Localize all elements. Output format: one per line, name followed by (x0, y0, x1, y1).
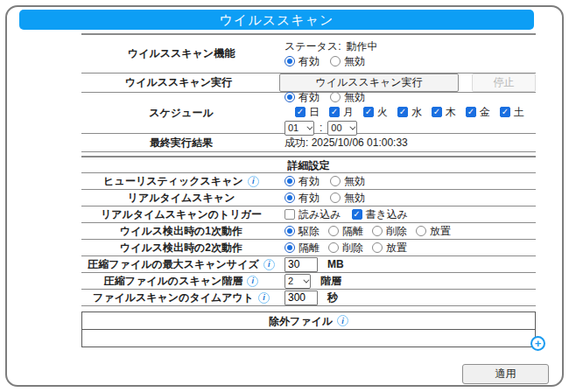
scan-timeout-label: ファイルスキャンのタイムアウト (93, 290, 254, 305)
primary-action-quarantine-radio[interactable]: 隔離 (328, 225, 363, 238)
row-realtime-trigger: リアルタイムスキャンのトリガー 読み込み ✓ 書き込み (81, 206, 536, 223)
radio-checked-icon[interactable] (284, 192, 295, 203)
time-separator: : (320, 122, 322, 135)
checkbox-checked-icon[interactable]: ✓ (397, 107, 408, 117)
day-sat-label: 土 (514, 106, 524, 119)
info-icon[interactable]: i (263, 259, 275, 270)
info-icon[interactable]: i (247, 276, 258, 287)
row-heuristic-scan: ヒューリスティックスキャン i 有効 無効 (81, 173, 536, 190)
day-tue-checkbox[interactable]: ✓ 火 (363, 106, 388, 119)
trigger-read-checkbox[interactable]: 読み込み (284, 208, 341, 221)
max-scan-size-unit: MB (327, 258, 344, 271)
day-mon-checkbox[interactable]: ✓ 月 (329, 106, 354, 119)
chevron-down-icon (350, 123, 356, 130)
day-sat-checkbox[interactable]: ✓ 土 (500, 106, 524, 119)
stop-scan-button: 停止 (472, 74, 536, 92)
realtime-disabled-radio[interactable]: 無効 (330, 192, 365, 205)
heuristic-enabled-radio[interactable]: 有効 (284, 175, 320, 188)
heuristic-scan-label: ヒューリスティックスキャン (103, 174, 242, 189)
function-enabled-label: 有効 (299, 55, 320, 68)
status-value: 動作中 (346, 40, 377, 53)
radio-checked-icon[interactable] (284, 92, 295, 102)
function-enabled-radio[interactable]: 有効 (284, 55, 320, 68)
radio-unchecked-icon[interactable] (330, 92, 341, 102)
heuristic-disabled-radio[interactable]: 無効 (330, 175, 365, 188)
radio-checked-icon[interactable] (284, 226, 295, 236)
scan-timeout-unit: 秒 (327, 291, 338, 304)
add-exclusion-button[interactable]: + (530, 336, 545, 351)
radio-checked-icon[interactable] (284, 176, 295, 186)
info-icon[interactable]: i (337, 315, 348, 326)
day-fri-checkbox[interactable]: ✓ 金 (466, 106, 490, 119)
detail-section-title: 詳細設定 (81, 158, 536, 173)
primary-action-label: ウイルス検出時の1次動作 (120, 224, 242, 239)
row-primary-action: ウイルス検出時の1次動作 駆除 隔離 削除 (81, 223, 536, 240)
row-virus-scan-function: ウイルススキャン機能 ステータス: 動作中 有効 無効 (81, 35, 536, 74)
last-result-label: 最終実行結果 (81, 136, 281, 150)
checkbox-checked-icon[interactable]: ✓ (432, 107, 442, 117)
secondary-action-delete-radio[interactable]: 削除 (328, 242, 363, 255)
radio-unchecked-icon[interactable] (330, 192, 341, 203)
day-wed-checkbox[interactable]: ✓ 水 (397, 106, 422, 119)
checkbox-checked-icon[interactable]: ✓ (466, 107, 476, 117)
checkbox-unchecked-icon[interactable] (284, 209, 295, 220)
scan-depth-unit: 階層 (320, 275, 341, 288)
status-label: ステータス: (284, 40, 341, 53)
day-sun-checkbox[interactable]: ✓ 日 (295, 106, 320, 119)
schedule-enabled-radio[interactable]: 有効 (284, 91, 320, 104)
scan-depth-select[interactable]: 2 (284, 274, 311, 289)
secondary-action-ignore-radio[interactable]: 放置 (372, 242, 407, 255)
hour-select[interactable]: 01 (284, 121, 314, 136)
radio-checked-icon[interactable] (284, 242, 295, 253)
minute-select[interactable]: 00 (327, 121, 357, 136)
info-icon[interactable]: i (248, 176, 259, 187)
primary-action-delete-radio[interactable]: 削除 (372, 225, 407, 238)
scan-timeout-input[interactable] (284, 290, 318, 305)
radio-unchecked-icon[interactable] (330, 56, 341, 66)
day-thu-checkbox[interactable]: ✓ 木 (432, 106, 456, 119)
info-icon[interactable]: i (258, 292, 270, 304)
schedule-disabled-radio[interactable]: 無効 (330, 91, 365, 104)
primary-action-clean-radio[interactable]: 駆除 (284, 225, 320, 238)
scan-depth-value: 2 (288, 275, 293, 288)
run-scan-button[interactable]: ウイルススキャン実行 (279, 74, 459, 92)
trigger-write-checkbox[interactable]: ✓ 書き込み (352, 208, 409, 221)
apply-button[interactable]: 適用 (462, 364, 549, 384)
row-max-scan-size: 圧縮ファイルの最大スキャンサイズ i MB (81, 256, 536, 273)
secondary-action-quarantine-radio[interactable]: 隔離 (284, 242, 320, 255)
detail-section: 詳細設定 ヒューリスティックスキャン i 有効 無効 (81, 156, 536, 306)
exclusion-empty-row (82, 330, 535, 346)
function-disabled-radio[interactable]: 無効 (330, 55, 365, 68)
secondary-action-label: ウイルス検出時の2次動作 (120, 241, 242, 256)
checkbox-checked-icon[interactable]: ✓ (500, 107, 510, 117)
row-schedule: スケジュール 有効 無効 ✓ 日 (81, 93, 536, 134)
primary-action-ignore-radio[interactable]: 放置 (416, 225, 451, 238)
radio-unchecked-icon[interactable] (372, 242, 383, 253)
radio-unchecked-icon[interactable] (328, 226, 339, 236)
realtime-enabled-radio[interactable]: 有効 (284, 192, 320, 205)
checkbox-checked-icon[interactable]: ✓ (352, 209, 362, 220)
radio-unchecked-icon[interactable] (328, 242, 339, 253)
page-title: ウイルススキャン (19, 10, 534, 30)
last-result-value: 成功: 2025/10/06 01:00:33 (284, 136, 408, 150)
max-scan-size-input[interactable] (284, 257, 318, 272)
max-scan-size-label: 圧縮ファイルの最大スキャンサイズ (88, 257, 258, 272)
checkbox-checked-icon[interactable]: ✓ (363, 107, 374, 117)
checkbox-checked-icon[interactable]: ✓ (329, 107, 340, 117)
schedule-label: スケジュール (81, 106, 281, 121)
radio-unchecked-icon[interactable] (330, 176, 341, 186)
schedule-days: ✓ 日 ✓ 月 ✓ 火 ✓ 水 (295, 106, 536, 119)
virus-scan-execute-label: ウイルススキャン実行 (81, 75, 276, 90)
radio-checked-icon[interactable] (284, 56, 295, 66)
function-disabled-label: 無効 (344, 55, 365, 68)
exclusion-section: 除外ファイル i (81, 312, 536, 347)
day-thu-label: 木 (446, 106, 456, 119)
chevron-down-icon (303, 276, 309, 283)
row-scan-timeout: ファイルスキャンのタイムアウト i 秒 (81, 290, 536, 306)
day-fri-label: 金 (480, 106, 490, 119)
general-section: ウイルススキャン機能 ステータス: 動作中 有効 無効 (81, 33, 536, 152)
chevron-down-icon (306, 123, 313, 130)
radio-unchecked-icon[interactable] (416, 226, 426, 236)
checkbox-checked-icon[interactable]: ✓ (295, 107, 306, 117)
radio-unchecked-icon[interactable] (372, 226, 383, 236)
